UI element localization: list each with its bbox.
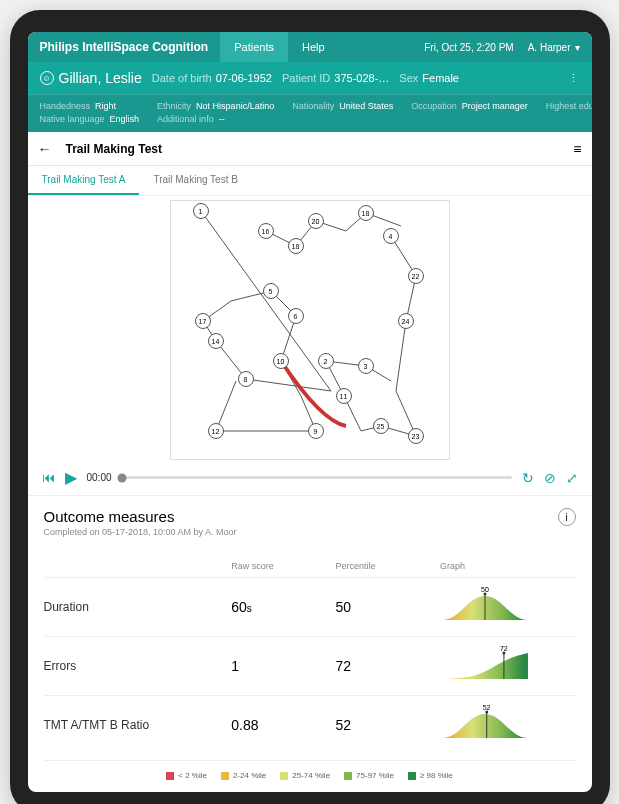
row-raw: 0.88 — [231, 717, 335, 733]
tab-tmt-a[interactable]: Trail Making Test A — [28, 166, 140, 195]
row-percentile: 50 — [336, 599, 440, 615]
table-row: Errors17272 — [44, 636, 576, 695]
datetime-label: Fri, Oct 25, 2:20 PM — [424, 42, 513, 53]
percentile-legend: < 2 %ile 2-24 %ile 25-74 %ile 75-97 %ile… — [44, 760, 576, 780]
section-title: Outcome measures — [44, 508, 237, 525]
percentile-graph: 50 — [440, 592, 530, 622]
page-title: Trail Making Test — [66, 142, 162, 156]
user-name: A. Harper — [528, 42, 571, 53]
fullscreen-icon[interactable]: ⤢ — [566, 470, 578, 486]
demo-item: Native languageEnglish — [40, 114, 140, 124]
percentile-graph: 72 — [440, 651, 530, 681]
row-raw: 60s — [231, 599, 335, 615]
playback-bar: ⏮ ▶ 00:00 ↻ ⊘ ⤢ — [28, 460, 592, 496]
row-label: Errors — [44, 659, 232, 673]
top-right: Fri, Oct 25, 2:20 PM A. Harper ▾ — [424, 42, 591, 53]
section-subtitle: Completed on 05-17-2018, 10:00 AM by A. … — [44, 527, 237, 537]
patient-name: ☺ Gillian, Leslie — [40, 70, 142, 86]
test-tabs: Trail Making Test A Trail Making Test B — [28, 166, 592, 196]
outcome-section: Outcome measures Completed on 05-17-2018… — [28, 496, 592, 792]
playback-time: 00:00 — [87, 472, 112, 483]
trail-canvas: 1 16 20 18 18 4 22 5 17 24 6 14 2 10 8 3… — [170, 200, 450, 460]
row-label: TMT A/TMT B Ratio — [44, 718, 232, 732]
playback-slider[interactable] — [122, 476, 512, 479]
demo-item: NationalityUnited States — [292, 101, 393, 111]
nav-help[interactable]: Help — [288, 32, 339, 62]
patient-more-menu[interactable]: ⋮ — [568, 72, 580, 85]
patient-banner: ☺ Gillian, Leslie Date of birth07-06-195… — [28, 62, 592, 94]
primary-nav: Patients Help — [220, 32, 338, 62]
row-label: Duration — [44, 600, 232, 614]
top-nav-bar: Philips IntelliSpace Cognition Patients … — [28, 32, 592, 62]
demo-item: Highest educationBachelor's Degree — [546, 101, 592, 111]
play-icon[interactable]: ▶ — [65, 468, 77, 487]
demo-item: HandednessRight — [40, 101, 140, 111]
back-arrow-icon[interactable]: ← — [38, 141, 52, 157]
nav-patients[interactable]: Patients — [220, 32, 288, 62]
table-header: Raw score Percentile Graph — [44, 555, 576, 577]
outcome-table: Raw score Percentile Graph Duration60s50… — [44, 555, 576, 754]
page-subheader: ← Trail Making Test ≡ — [28, 132, 592, 166]
demo-item: Additional info-- — [157, 114, 274, 124]
row-percentile: 52 — [336, 717, 440, 733]
row-percentile: 72 — [336, 658, 440, 674]
info-icon[interactable]: i — [558, 508, 576, 526]
demo-item: EthnicityNot Hispanic/Latino — [157, 101, 274, 111]
row-raw: 1 — [231, 658, 335, 674]
app-screen: Philips IntelliSpace Cognition Patients … — [28, 32, 592, 792]
toggle-visibility-icon[interactable]: ⊘ — [544, 470, 556, 486]
trail-canvas-wrap: 1 16 20 18 18 4 22 5 17 24 6 14 2 10 8 3… — [28, 196, 592, 460]
content-scroll[interactable]: 1 16 20 18 18 4 22 5 17 24 6 14 2 10 8 3… — [28, 196, 592, 792]
person-icon: ☺ — [40, 71, 54, 85]
tab-tmt-b[interactable]: Trail Making Test B — [139, 166, 251, 195]
user-menu[interactable]: A. Harper ▾ — [528, 42, 580, 53]
chevron-down-icon: ▾ — [575, 42, 580, 53]
demo-item: OccupationProject manager — [411, 101, 528, 111]
table-row: TMT A/TMT B Ratio0.885252 — [44, 695, 576, 754]
replay-icon[interactable]: ↻ — [522, 470, 534, 486]
table-row: Duration60s5050 — [44, 577, 576, 636]
skip-start-icon[interactable]: ⏮ — [42, 470, 55, 485]
hamburger-icon[interactable]: ≡ — [573, 141, 581, 157]
percentile-graph: 52 — [440, 710, 530, 740]
app-brand: Philips IntelliSpace Cognition — [28, 40, 221, 54]
tablet-frame: Philips IntelliSpace Cognition Patients … — [10, 10, 610, 804]
demographics-strip: HandednessRightEthnicityNot Hispanic/Lat… — [28, 94, 592, 132]
